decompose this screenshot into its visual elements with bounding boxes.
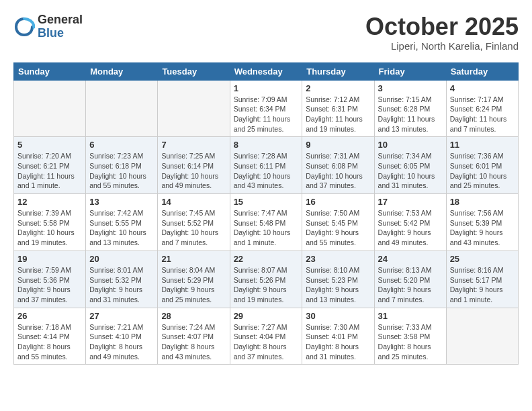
calendar-week-row: 12Sunrise: 7:39 AM Sunset: 5:58 PM Dayli… — [14, 194, 519, 251]
calendar-day-cell — [86, 80, 158, 137]
day-info: Sunrise: 7:12 AM Sunset: 6:31 PM Dayligh… — [306, 95, 370, 134]
day-number: 7 — [161, 140, 226, 150]
day-info: Sunrise: 7:45 AM Sunset: 5:52 PM Dayligh… — [161, 208, 226, 248]
day-number: 26 — [17, 311, 82, 321]
day-info: Sunrise: 7:53 AM Sunset: 5:42 PM Dayligh… — [378, 208, 443, 248]
day-number: 28 — [161, 311, 226, 321]
calendar-day-cell: 10Sunrise: 7:34 AM Sunset: 6:05 PM Dayli… — [374, 137, 446, 194]
day-number: 29 — [234, 311, 299, 321]
day-info: Sunrise: 7:56 AM Sunset: 5:39 PM Dayligh… — [450, 208, 515, 248]
month-title: October 2025 — [365, 13, 519, 40]
day-info: Sunrise: 7:59 AM Sunset: 5:36 PM Dayligh… — [17, 265, 82, 305]
day-number: 8 — [234, 140, 299, 150]
day-number: 18 — [450, 197, 515, 207]
day-info: Sunrise: 7:23 AM Sunset: 6:18 PM Dayligh… — [89, 151, 154, 191]
day-number: 12 — [17, 197, 82, 207]
day-info: Sunrise: 7:15 AM Sunset: 6:28 PM Dayligh… — [378, 95, 443, 134]
day-header-wednesday: Wednesday — [230, 62, 302, 80]
day-number: 17 — [378, 197, 443, 207]
day-header-thursday: Thursday — [302, 62, 374, 80]
calendar-day-cell: 29Sunrise: 7:27 AM Sunset: 4:04 PM Dayli… — [230, 308, 302, 365]
calendar-day-cell: 12Sunrise: 7:39 AM Sunset: 5:58 PM Dayli… — [14, 194, 86, 251]
day-info: Sunrise: 8:13 AM Sunset: 5:20 PM Dayligh… — [378, 265, 443, 305]
calendar-day-cell: 15Sunrise: 7:47 AM Sunset: 5:48 PM Dayli… — [230, 194, 302, 251]
day-number: 16 — [306, 197, 370, 207]
calendar-day-cell: 19Sunrise: 7:59 AM Sunset: 5:36 PM Dayli… — [14, 250, 86, 308]
calendar-day-cell: 13Sunrise: 7:42 AM Sunset: 5:55 PM Dayli… — [86, 194, 158, 251]
day-number: 4 — [450, 83, 515, 93]
day-info: Sunrise: 7:30 AM Sunset: 4:01 PM Dayligh… — [306, 322, 370, 362]
calendar-day-cell: 21Sunrise: 8:04 AM Sunset: 5:29 PM Dayli… — [158, 250, 230, 308]
calendar-day-cell: 18Sunrise: 7:56 AM Sunset: 5:39 PM Dayli… — [446, 194, 518, 251]
calendar-day-cell: 16Sunrise: 7:50 AM Sunset: 5:45 PM Dayli… — [302, 194, 374, 251]
calendar-day-cell: 25Sunrise: 8:16 AM Sunset: 5:17 PM Dayli… — [446, 250, 518, 308]
calendar-day-cell: 31Sunrise: 7:33 AM Sunset: 3:58 PM Dayli… — [374, 308, 446, 365]
day-number: 3 — [378, 83, 443, 93]
location-subtitle: Liperi, North Karelia, Finland — [365, 40, 519, 52]
calendar-day-cell: 28Sunrise: 7:24 AM Sunset: 4:07 PM Dayli… — [158, 308, 230, 365]
day-number: 31 — [378, 311, 443, 321]
calendar-day-cell — [446, 308, 518, 365]
title-block: October 2025 Liperi, North Karelia, Finl… — [365, 13, 519, 52]
day-info: Sunrise: 7:24 AM Sunset: 4:07 PM Dayligh… — [161, 322, 226, 362]
day-header-monday: Monday — [86, 62, 158, 80]
calendar-week-row: 26Sunrise: 7:18 AM Sunset: 4:14 PM Dayli… — [14, 308, 519, 365]
day-info: Sunrise: 7:18 AM Sunset: 4:14 PM Dayligh… — [17, 322, 82, 362]
day-info: Sunrise: 8:01 AM Sunset: 5:32 PM Dayligh… — [89, 265, 154, 305]
day-header-friday: Friday — [374, 62, 446, 80]
day-info: Sunrise: 7:20 AM Sunset: 6:21 PM Dayligh… — [17, 151, 82, 191]
calendar-day-cell: 11Sunrise: 7:36 AM Sunset: 6:01 PM Dayli… — [446, 137, 518, 194]
day-number: 30 — [306, 311, 370, 321]
logo-general-text: General — [38, 13, 83, 27]
day-info: Sunrise: 7:36 AM Sunset: 6:01 PM Dayligh… — [450, 151, 515, 191]
calendar-day-cell: 17Sunrise: 7:53 AM Sunset: 5:42 PM Dayli… — [374, 194, 446, 251]
day-number: 25 — [450, 254, 515, 264]
calendar-header-row: SundayMondayTuesdayWednesdayThursdayFrid… — [14, 62, 519, 80]
day-info: Sunrise: 7:31 AM Sunset: 6:08 PM Dayligh… — [306, 151, 370, 191]
calendar-day-cell: 2Sunrise: 7:12 AM Sunset: 6:31 PM Daylig… — [302, 80, 374, 137]
page-header: General Blue October 2025 Liperi, North … — [13, 13, 519, 52]
day-info: Sunrise: 8:04 AM Sunset: 5:29 PM Dayligh… — [161, 265, 226, 305]
logo-blue-text: Blue — [38, 27, 83, 40]
calendar-day-cell: 3Sunrise: 7:15 AM Sunset: 6:28 PM Daylig… — [374, 80, 446, 137]
calendar-day-cell: 30Sunrise: 7:30 AM Sunset: 4:01 PM Dayli… — [302, 308, 374, 365]
calendar-day-cell: 5Sunrise: 7:20 AM Sunset: 6:21 PM Daylig… — [14, 137, 86, 194]
day-header-saturday: Saturday — [446, 62, 518, 80]
day-info: Sunrise: 8:07 AM Sunset: 5:26 PM Dayligh… — [234, 265, 299, 305]
day-info: Sunrise: 7:28 AM Sunset: 6:11 PM Dayligh… — [234, 151, 299, 191]
calendar-day-cell: 4Sunrise: 7:17 AM Sunset: 6:24 PM Daylig… — [446, 80, 518, 137]
day-info: Sunrise: 7:50 AM Sunset: 5:45 PM Dayligh… — [306, 208, 370, 248]
day-number: 2 — [306, 83, 370, 93]
calendar-week-row: 19Sunrise: 7:59 AM Sunset: 5:36 PM Dayli… — [14, 250, 519, 308]
calendar-day-cell: 22Sunrise: 8:07 AM Sunset: 5:26 PM Dayli… — [230, 250, 302, 308]
calendar-day-cell: 23Sunrise: 8:10 AM Sunset: 5:23 PM Dayli… — [302, 250, 374, 308]
day-header-tuesday: Tuesday — [158, 62, 230, 80]
day-info: Sunrise: 7:21 AM Sunset: 4:10 PM Dayligh… — [89, 322, 154, 362]
calendar-day-cell: 14Sunrise: 7:45 AM Sunset: 5:52 PM Dayli… — [158, 194, 230, 251]
logo-text: General Blue — [38, 13, 83, 40]
day-info: Sunrise: 7:17 AM Sunset: 6:24 PM Dayligh… — [450, 95, 515, 134]
calendar-day-cell: 7Sunrise: 7:25 AM Sunset: 6:14 PM Daylig… — [158, 137, 230, 194]
day-info: Sunrise: 8:16 AM Sunset: 5:17 PM Dayligh… — [450, 265, 515, 305]
day-number: 13 — [89, 197, 154, 207]
day-number: 1 — [234, 83, 299, 93]
day-info: Sunrise: 7:47 AM Sunset: 5:48 PM Dayligh… — [234, 208, 299, 248]
day-number: 9 — [306, 140, 370, 150]
calendar-week-row: 5Sunrise: 7:20 AM Sunset: 6:21 PM Daylig… — [14, 137, 519, 194]
day-info: Sunrise: 7:27 AM Sunset: 4:04 PM Dayligh… — [234, 322, 299, 362]
day-number: 6 — [89, 140, 154, 150]
day-number: 5 — [17, 140, 82, 150]
day-header-sunday: Sunday — [14, 62, 86, 80]
day-info: Sunrise: 8:10 AM Sunset: 5:23 PM Dayligh… — [306, 265, 370, 305]
calendar-day-cell — [158, 80, 230, 137]
day-number: 10 — [378, 140, 443, 150]
day-info: Sunrise: 7:42 AM Sunset: 5:55 PM Dayligh… — [89, 208, 154, 248]
day-number: 21 — [161, 254, 226, 264]
logo-icon — [13, 16, 35, 38]
day-number: 19 — [17, 254, 82, 264]
day-info: Sunrise: 7:09 AM Sunset: 6:34 PM Dayligh… — [234, 95, 299, 134]
day-number: 20 — [89, 254, 154, 264]
calendar-day-cell: 8Sunrise: 7:28 AM Sunset: 6:11 PM Daylig… — [230, 137, 302, 194]
calendar-day-cell: 9Sunrise: 7:31 AM Sunset: 6:08 PM Daylig… — [302, 137, 374, 194]
logo: General Blue — [13, 13, 83, 40]
